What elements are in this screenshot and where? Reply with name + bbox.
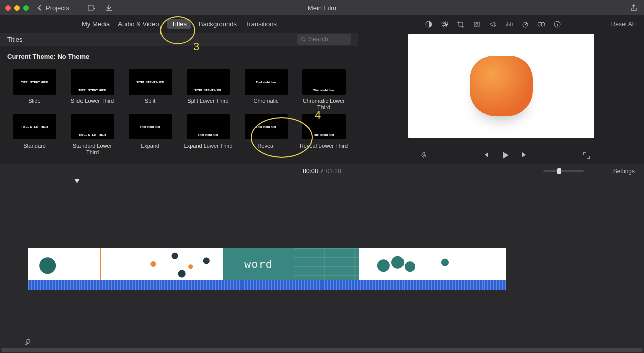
title-thumbnail: Titel steht hier: [187, 114, 230, 139]
close-window-button[interactable]: [5, 5, 11, 11]
total-duration: 01:20: [326, 168, 341, 175]
search-box[interactable]: [297, 34, 351, 45]
maximize-window-button[interactable]: [23, 5, 29, 11]
timeline-clip[interactable]: [359, 248, 430, 280]
tab-audio-video[interactable]: Audio & Video: [118, 20, 159, 28]
project-title: Mein Film: [308, 4, 336, 12]
tab-my-media[interactable]: My Media: [82, 20, 110, 28]
audio-waveform[interactable]: [28, 280, 506, 290]
chevron-left-icon: [36, 4, 44, 12]
minimize-window-button[interactable]: [14, 5, 20, 11]
timeline-scrollbar[interactable]: [1, 348, 643, 352]
volume-icon[interactable]: [489, 20, 497, 28]
timeline-settings-button[interactable]: Settings: [613, 168, 635, 175]
info-icon[interactable]: [553, 20, 561, 28]
title-caption: Standard Lower Third: [67, 143, 118, 155]
svg-point-7: [476, 23, 478, 25]
title-template-item[interactable]: Titel steht hierChromatic: [240, 69, 291, 110]
annotation-circle-4: [251, 117, 313, 158]
voiceover-icon[interactable]: [420, 151, 428, 159]
viewer-canvas[interactable]: [408, 34, 594, 138]
title-caption: Expand Lower Third: [183, 143, 232, 149]
title-thumbnail: Titel steht hier: [245, 69, 288, 95]
play-button[interactable]: [501, 151, 510, 160]
timeline-clip[interactable]: [164, 248, 223, 280]
previous-button[interactable]: [481, 151, 490, 159]
titlebar: Projects Mein Film: [0, 0, 644, 15]
title-template-item[interactable]: TITEL STEHT HIERStandard Lower Third: [67, 114, 118, 155]
timeline-clip[interactable]: A: [430, 248, 506, 280]
music-track-icon[interactable]: [22, 338, 30, 346]
svg-rect-6: [474, 22, 479, 26]
title-caption: Standard: [23, 143, 46, 149]
title-thumbnail: TITEL STEHT HIER: [13, 69, 56, 95]
title-template-item[interactable]: TITEL STEHT HIERSplit Lower Third: [183, 69, 233, 110]
time-separator: /: [321, 168, 323, 175]
fullscreen-icon[interactable]: [583, 151, 591, 159]
content-area: My Media Audio & Video Titles Background…: [0, 15, 644, 164]
library-view-icon[interactable]: [88, 4, 96, 12]
tab-transitions[interactable]: Transitions: [245, 20, 277, 28]
title-template-item[interactable]: TITEL STEHT HIERStandard: [9, 114, 60, 155]
title-template-item[interactable]: TITEL STEHT HIERSlide: [9, 69, 60, 110]
viewer-canvas-container: [358, 33, 644, 147]
svg-point-1: [302, 38, 305, 41]
color-balance-icon[interactable]: [425, 20, 433, 28]
timeline-clip[interactable]: word: [223, 248, 294, 280]
time-readout-bar: 00:08 / 01:20 Settings: [0, 164, 644, 179]
title-thumbnail: TITEL STEHT HIER: [71, 69, 114, 95]
crop-icon[interactable]: [457, 20, 465, 28]
viewer-toolbar: Reset All: [358, 15, 644, 33]
timeline-clip[interactable]: [294, 248, 359, 280]
search-input[interactable]: [309, 36, 347, 43]
clip-badge: A: [452, 254, 461, 263]
title-caption: Slide Lower Third: [71, 98, 114, 104]
current-theme-label: Current Theme: No Theme: [0, 46, 358, 62]
stabilization-icon[interactable]: [473, 20, 481, 28]
title-caption: Expand: [141, 143, 159, 149]
share-icon[interactable]: [630, 4, 638, 12]
viewer-panel: Reset All: [358, 15, 644, 164]
title-thumbnail: Titel steht hier: [129, 114, 172, 139]
reset-all-button[interactable]: Reset All: [611, 21, 635, 28]
title-template-item[interactable]: TITEL STEHT HIERSplit: [125, 69, 176, 110]
title-template-item[interactable]: Titel steht hierChromatic Lower Third: [298, 69, 349, 110]
next-button[interactable]: [521, 151, 529, 159]
title-caption: Chromatic: [253, 98, 278, 104]
magic-wand-icon[interactable]: [367, 20, 375, 28]
playback-controls: [358, 147, 644, 164]
title-template-item[interactable]: Titel steht hierExpand Lower Third: [183, 114, 233, 155]
speed-icon[interactable]: [521, 20, 529, 28]
annotation-label-4: 4: [315, 109, 321, 122]
video-track[interactable]: word A: [28, 248, 506, 290]
import-icon[interactable]: [105, 4, 113, 12]
window-controls: [5, 5, 29, 11]
current-time: 00:08: [303, 168, 318, 175]
title-thumbnail: TITEL STEHT HIER: [187, 69, 230, 95]
search-icon: [301, 35, 306, 43]
back-label: Projects: [46, 4, 69, 12]
title-caption: Slide: [28, 98, 40, 104]
tab-backgrounds[interactable]: Backgrounds: [199, 20, 237, 28]
title-thumbnail: TITEL STEHT HIER: [13, 114, 56, 139]
clip-filter-icon[interactable]: [537, 20, 545, 28]
browser-section-label: Titles: [7, 36, 23, 43]
timeline-panel[interactable]: word A: [0, 179, 644, 353]
zoom-slider[interactable]: [543, 170, 584, 172]
title-caption: Split: [145, 98, 155, 104]
noise-reduction-icon[interactable]: [505, 20, 513, 28]
preview-content: [470, 56, 533, 116]
timeline-clip[interactable]: [93, 248, 164, 280]
title-thumbnail: TITEL STEHT HIER: [71, 114, 114, 139]
title-template-item[interactable]: Titel steht hierExpand: [125, 114, 176, 155]
timeline-clip[interactable]: [28, 248, 93, 280]
annotation-circle-3: [160, 16, 195, 44]
color-correction-icon[interactable]: [441, 20, 449, 28]
title-template-item[interactable]: TITEL STEHT HIERSlide Lower Third: [67, 69, 118, 110]
title-thumbnail: TITEL STEHT HIER: [129, 69, 172, 95]
svg-point-10: [541, 22, 545, 26]
back-to-projects-button[interactable]: Projects: [36, 4, 69, 12]
svg-rect-12: [423, 152, 425, 156]
svg-rect-0: [88, 5, 93, 10]
title-caption: Chromatic Lower Third: [298, 98, 349, 110]
